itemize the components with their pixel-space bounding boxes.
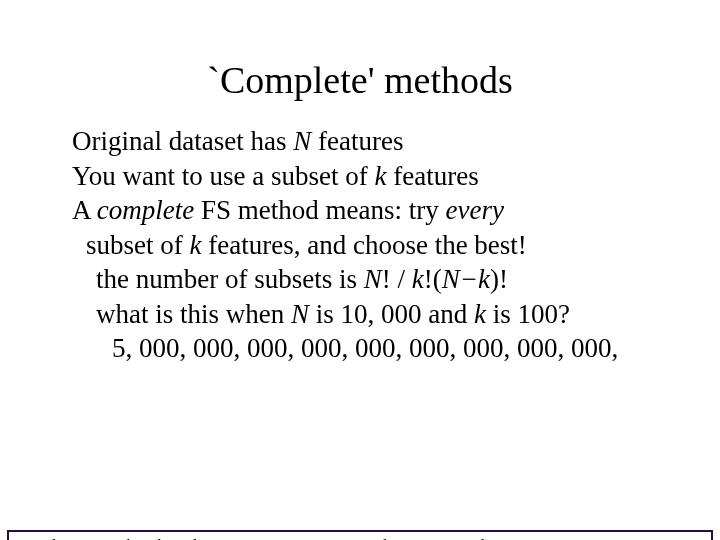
body-line-7: 5, 000, 000, 000, 000, 000, 000, 000, 00… [72, 331, 660, 366]
body-line-1: Original dataset has N features [72, 124, 660, 159]
variable-k: k [474, 299, 486, 329]
body-line-2: You want to use a subset of k features [72, 159, 660, 194]
formula-nk: N−k [442, 264, 490, 294]
text: features [311, 126, 403, 156]
slide-title: `Complete' methods [0, 58, 720, 102]
text: FS method means: try [194, 195, 445, 225]
text: is 10, 000 and [309, 299, 474, 329]
text: features, and choose the best! [201, 230, 526, 260]
variable-k: k [190, 230, 202, 260]
variable-k: k [412, 264, 424, 294]
variable-n: N [293, 126, 311, 156]
variable-k: k [375, 161, 387, 191]
text: ! / [382, 264, 412, 294]
slide-footer: David Corne, and Nick Taylor, Heriot-Wat… [7, 530, 713, 540]
text: Original dataset has [72, 126, 293, 156]
body-line-5: the number of subsets is N! / k!(N−k)! [72, 262, 660, 297]
term-complete: complete [97, 195, 194, 225]
slide-body: Original dataset has N features You want… [0, 124, 720, 366]
text: !( [424, 264, 442, 294]
text: features [386, 161, 478, 191]
text: what is this when [96, 299, 291, 329]
text: )! [490, 264, 508, 294]
text: You want to use a subset of [72, 161, 375, 191]
variable-n: N [364, 264, 382, 294]
variable-n: N [291, 299, 309, 329]
slide: `Complete' methods Original dataset has … [0, 58, 720, 540]
term-every: every [445, 195, 503, 225]
body-line-4: subset of k features, and choose the bes… [72, 228, 660, 263]
footer-line-1: David Corne, and Nick Taylor, Heriot-Wat… [17, 536, 703, 540]
body-line-6: what is this when N is 10, 000 and k is … [72, 297, 660, 332]
text: A [72, 195, 97, 225]
text: is 100? [486, 299, 570, 329]
text: subset of [86, 230, 190, 260]
body-line-3: A complete FS method means: try every [72, 193, 660, 228]
text: the number of subsets is [96, 264, 364, 294]
